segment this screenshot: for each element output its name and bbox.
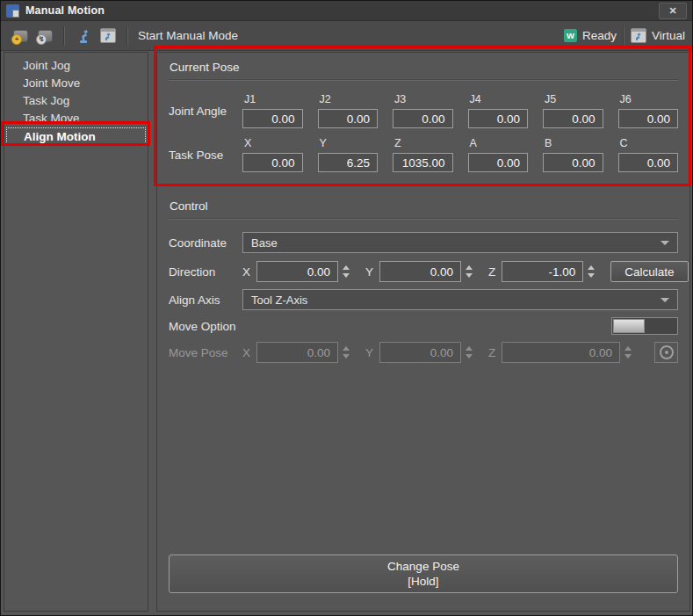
- task-pose-label: Task Pose: [169, 149, 242, 162]
- virtual-mode-icon: [631, 28, 646, 43]
- z-label: Z: [393, 137, 453, 149]
- ready-state-icon: W: [564, 29, 577, 42]
- direction-label: Direction: [169, 265, 242, 279]
- simulator-window-button[interactable]: [97, 25, 119, 47]
- current-pose-divider: [169, 79, 678, 81]
- c-label: C: [618, 137, 679, 149]
- toggle-knob: [613, 319, 645, 333]
- task-pose-row: Task Pose X0.00 Y6.25 Z1035.00 A0.00 B0.…: [169, 137, 678, 172]
- spin-up-icon[interactable]: [588, 265, 595, 270]
- move-pose-y-spinner: Y 0.00: [365, 342, 473, 363]
- coordinate-value: Base: [251, 236, 278, 250]
- calculate-button[interactable]: Calculate: [610, 261, 688, 282]
- spin-up-icon[interactable]: [343, 265, 350, 270]
- spin-down-icon[interactable]: [466, 273, 473, 278]
- sidebar-item-align-motion[interactable]: Align Motion: [6, 127, 146, 146]
- move-pose-x-spinner: X 0.00: [242, 342, 350, 363]
- direction-y-label: Y: [365, 265, 373, 279]
- motion-menu-sidebar: Joint Jog Joint Move Task Jog Task Move …: [4, 52, 148, 612]
- y-value-field: 6.25: [318, 153, 379, 172]
- move-pose-y-input: 0.00: [379, 342, 461, 363]
- move-pose-x-input: 0.00: [256, 342, 338, 363]
- move-option-row: Move Option: [169, 317, 678, 335]
- control-title: Control: [169, 192, 678, 218]
- align-motion-panel: Current Pose Joint Angle J10.00 J20.00 J…: [156, 52, 690, 612]
- z-value-field: 1035.00: [393, 153, 453, 172]
- direction-x-spinner: X 0.00: [242, 261, 350, 282]
- move-pose-x-label: X: [242, 346, 250, 359]
- j1-label: J1: [242, 93, 303, 105]
- title-bar: Manual Motion ✕: [1, 1, 692, 21]
- align-axis-value: Tool Z-Axis: [251, 294, 307, 307]
- target-icon: [660, 345, 674, 359]
- direction-y-spinner: Y 0.00: [365, 261, 473, 282]
- move-pose-label: Move Pose: [169, 346, 242, 359]
- move-option-toggle[interactable]: [611, 317, 678, 335]
- sidebar-item-task-move[interactable]: Task Move: [4, 110, 148, 127]
- sidebar-item-joint-move[interactable]: Joint Move: [4, 75, 148, 92]
- j4-label: J4: [468, 93, 529, 105]
- toolbar-separator: [63, 26, 65, 46]
- spin-down-icon[interactable]: [588, 273, 595, 278]
- window-title: Manual Motion: [25, 4, 105, 17]
- j2-value-field: 0.00: [318, 109, 379, 128]
- j5-value-field: 0.00: [543, 109, 603, 128]
- servo-power-badge-icon: ↯: [36, 34, 47, 45]
- move-pose-z-label: Z: [488, 346, 495, 359]
- x-label: X: [242, 137, 303, 149]
- ready-state-label: Ready: [582, 29, 617, 42]
- x-value-field: 0.00: [242, 153, 303, 172]
- move-pose-z-input: 0.00: [502, 342, 620, 363]
- move-option-label: Move Option: [169, 320, 242, 333]
- servo-power-button[interactable]: ↯: [34, 25, 55, 47]
- sidebar-item-task-jog[interactable]: Task Jog: [4, 92, 148, 110]
- direction-x-input[interactable]: 0.00: [256, 261, 338, 282]
- current-pose-title: Current Pose: [169, 53, 678, 79]
- move-pose-row: Move Pose X 0.00 Y 0.00 Z 0.00: [169, 342, 678, 363]
- robot-jog-button[interactable]: [73, 25, 94, 47]
- direction-y-input[interactable]: 0.00: [379, 261, 461, 282]
- controller-status: W Ready: [564, 29, 617, 42]
- direction-row: Direction X 0.00 Y 0.00 Z -1.00: [169, 261, 678, 282]
- close-icon[interactable]: ✕: [659, 3, 687, 19]
- spin-up-icon[interactable]: [466, 265, 473, 270]
- virtual-mode-label: Virtual: [652, 29, 685, 42]
- align-axis-dropdown[interactable]: Tool Z-Axis: [242, 289, 678, 310]
- j6-value-field: 0.00: [618, 109, 679, 128]
- j3-value-field: 0.00: [393, 109, 453, 128]
- b-label: B: [543, 137, 603, 149]
- j5-label: J5: [543, 93, 603, 105]
- a-value-field: 0.00: [468, 153, 529, 172]
- align-axis-label: Align Axis: [169, 294, 242, 307]
- joint-angle-label: Joint Angle: [169, 105, 242, 118]
- joint-angle-row: Joint Angle J10.00 J20.00 J30.00 J40.00 …: [169, 93, 678, 128]
- align-axis-row: Align Axis Tool Z-Axis: [169, 289, 678, 310]
- toolbar-separator: [126, 26, 128, 46]
- spin-down-icon[interactable]: [343, 273, 350, 278]
- control-divider: [169, 218, 678, 220]
- coordinate-label: Coordinate: [169, 236, 242, 250]
- move-pose-y-label: Y: [365, 346, 373, 359]
- sidebar-item-joint-jog[interactable]: Joint Jog: [4, 57, 148, 75]
- spin-down-icon: [624, 354, 632, 359]
- change-pose-hold-label: [Hold]: [408, 574, 438, 589]
- direction-z-input[interactable]: -1.00: [502, 261, 583, 282]
- toolbar-separator: [623, 26, 624, 46]
- change-pose-button[interactable]: Change Pose [Hold]: [169, 554, 678, 593]
- coordinate-dropdown[interactable]: Base: [242, 232, 678, 253]
- direction-x-label: X: [242, 265, 250, 279]
- spin-down-icon: [343, 354, 350, 359]
- robot-arm-icon: [76, 28, 91, 44]
- c-value-field: 0.00: [618, 153, 679, 172]
- spin-up-icon: [624, 346, 632, 351]
- direction-z-label: Z: [488, 265, 495, 279]
- spin-up-icon: [466, 346, 473, 351]
- virtual-mode-status: Virtual: [631, 28, 685, 43]
- j6-label: J6: [618, 93, 679, 105]
- servo-on-button[interactable]: +: [10, 25, 31, 47]
- spin-down-icon: [466, 354, 473, 359]
- chevron-down-icon: [661, 298, 669, 302]
- app-icon: [6, 4, 19, 18]
- spin-up-icon: [343, 346, 350, 351]
- move-pose-z-spinner: Z 0.00: [488, 342, 632, 363]
